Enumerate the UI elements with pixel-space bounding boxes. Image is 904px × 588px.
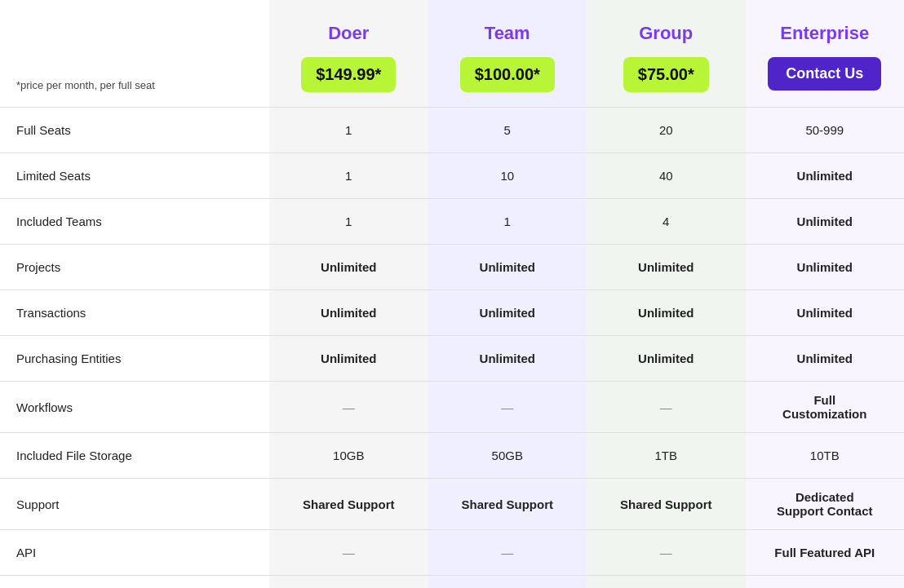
row-label-0: Full Seats [0,107,269,153]
cell-8-0: Shared Support [269,478,428,529]
price-note-cell: *price per month, per full seat [0,0,269,106]
cell-8-2: Shared Support [587,478,746,529]
cell-10-1: Videos /Documentation [428,575,587,588]
team-plan-name: Team [485,23,530,44]
enterprise-header: Enterprise Contact Us [746,0,905,107]
cell-6-1: — [428,381,587,432]
price-note: *price per month, per full seat [16,79,155,91]
row-label-4: Transactions [0,290,269,335]
cell-4-3: Unlimited [746,290,905,335]
group-plan-name: Group [639,23,693,44]
doer-price: $149.99* [301,57,396,92]
cell-9-0: — [269,529,428,575]
team-header: Team $100.00* [428,0,587,107]
cell-1-0: 1 [269,153,428,198]
cell-8-1: Shared Support [428,478,587,529]
row-label-2: Included Teams [0,198,269,244]
cell-3-2: Unlimited [587,244,746,290]
cell-2-2: 4 [587,198,746,244]
row-label-5: Purchasing Entities [0,335,269,381]
cell-7-3: 10TB [746,432,905,478]
cell-0-1: 5 [428,107,587,153]
cell-10-2: Videos /Documentation [587,575,746,588]
cell-6-0: — [269,381,428,432]
row-label-9: API [0,529,269,575]
cell-6-2: — [587,381,746,432]
group-price: $75.00* [623,57,709,92]
row-label-7: Included File Storage [0,432,269,478]
cell-6-3: FullCustomization [746,381,905,432]
cell-2-3: Unlimited [746,198,905,244]
cell-2-0: 1 [269,198,428,244]
cell-4-2: Unlimited [587,290,746,335]
cell-0-0: 1 [269,107,428,153]
cell-1-2: 40 [587,153,746,198]
cell-7-0: 10GB [269,432,428,478]
row-label-1: Limited Seats [0,153,269,198]
row-label-8: Support [0,478,269,529]
cell-8-3: DedicatedSupport Contact [746,478,905,529]
row-label-3: Projects [0,244,269,290]
cell-9-3: Full Featured API [746,529,905,575]
cell-0-2: 20 [587,107,746,153]
cell-1-3: Unlimited [746,153,905,198]
cell-9-2: — [587,529,746,575]
contact-us-button[interactable]: Contact Us [768,57,881,91]
cell-3-1: Unlimited [428,244,587,290]
cell-10-3: DedicatedTraining Plan [746,575,905,588]
row-label-6: Workflows [0,381,269,432]
cell-9-1: — [428,529,587,575]
doer-header: Doer $149.99* [269,0,428,107]
cell-7-1: 50GB [428,432,587,478]
cell-0-3: 50-999 [746,107,905,153]
enterprise-plan-name: Enterprise [780,23,869,44]
cell-5-2: Unlimited [587,335,746,381]
team-price: $100.00* [460,57,555,92]
cell-10-0: Videos /Documentation [269,575,428,588]
label-column: *price per month, per full seat [0,0,269,107]
pricing-table: *price per month, per full seat Doer $14… [0,0,904,588]
cell-7-2: 1TB [587,432,746,478]
cell-5-3: Unlimited [746,335,905,381]
cell-4-1: Unlimited [428,290,587,335]
group-header: Group $75.00* [587,0,746,107]
cell-1-1: 10 [428,153,587,198]
cell-5-0: Unlimited [269,335,428,381]
cell-3-3: Unlimited [746,244,905,290]
cell-3-0: Unlimited [269,244,428,290]
cell-4-0: Unlimited [269,290,428,335]
cell-2-1: 1 [428,198,587,244]
row-label-10: Onboarding [0,575,269,588]
doer-plan-name: Doer [328,23,369,44]
cell-5-1: Unlimited [428,335,587,381]
